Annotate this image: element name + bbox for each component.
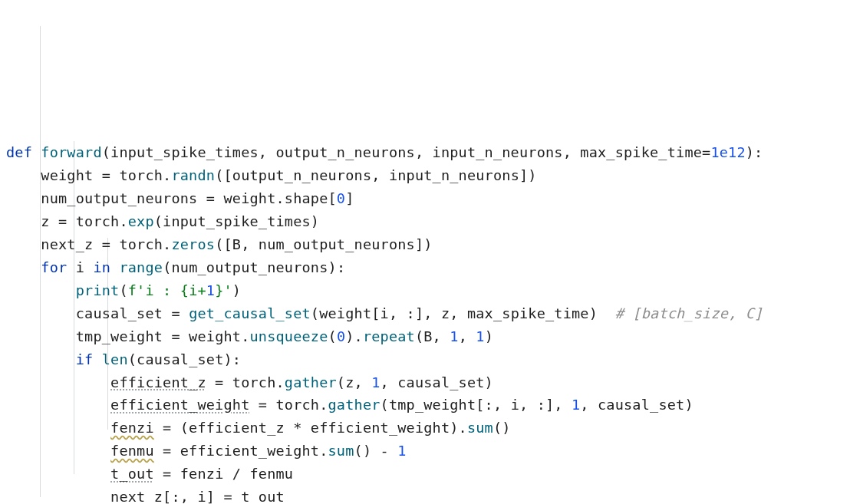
l9-n0: 0 — [337, 328, 345, 344]
l7-num: 1 — [206, 282, 215, 298]
l12d: , causal_set) — [580, 397, 693, 413]
code-block: def forward(input_spike_times, output_n_… — [6, 141, 850, 504]
kw-def: def — [6, 144, 32, 160]
l11b: = torch. — [206, 374, 285, 390]
l14-fn: sum — [328, 443, 354, 459]
l9-fn2: repeat — [363, 328, 415, 344]
l5b: ([B, num_output_neurons]) — [215, 236, 432, 252]
l11c: (z, — [337, 374, 371, 390]
l12-fn: gather — [328, 397, 381, 413]
kw-in: in — [93, 259, 110, 275]
l9c: ). — [345, 328, 363, 344]
l2a: weight = torch. — [41, 167, 171, 183]
l12-num: 1 — [572, 397, 580, 413]
l14b: = efficient_weight. — [154, 443, 328, 459]
l8-fn: get_causal_set — [189, 305, 311, 321]
l4-fn: exp — [128, 213, 154, 229]
l9e: , — [459, 328, 476, 344]
l5a: next_z = torch. — [41, 236, 171, 252]
l3-num: 0 — [337, 190, 345, 206]
l13-fn: sum — [467, 420, 493, 436]
l7-fn: print — [76, 282, 120, 298]
l14a: fenmu — [110, 443, 154, 459]
l13a: fenzi — [110, 420, 154, 436]
l1-params: (input_spike_times, output_n_neurons, in… — [102, 144, 711, 160]
l8a: causal_set = — [76, 305, 189, 321]
l11-num: 1 — [371, 374, 380, 390]
l8b: (weight[i, :], z, max_spike_time) — [311, 305, 615, 321]
l14c: () - — [354, 443, 398, 459]
l9-n1: 1 — [450, 328, 458, 344]
kw-if: if — [76, 351, 94, 367]
l1-tail: ): — [746, 144, 763, 160]
l4b: (input_spike_times) — [154, 213, 319, 229]
l6b: (num_output_neurons): — [163, 259, 345, 275]
l12c: (tmp_weight[:, i, :], — [381, 397, 572, 413]
l11d: , causal_set) — [381, 374, 493, 390]
l12a: efficient_weight — [110, 397, 249, 413]
l2-fn: randn — [171, 167, 215, 183]
l9a: tmp_weight = weight. — [76, 328, 250, 344]
l14-num: 1 — [397, 443, 406, 459]
kw-for: for — [41, 259, 67, 275]
l8-comment: # [batch_size, C] — [615, 305, 763, 321]
l7-str-a: f'i : — [128, 282, 180, 298]
l10b: (causal_set): — [128, 351, 241, 367]
l2b: ([output_n_neurons, input_n_neurons]) — [215, 167, 537, 183]
l11a: efficient_z — [110, 374, 206, 390]
l15b: = fenzi / fenmu — [154, 466, 293, 482]
l13c: () — [493, 420, 511, 436]
l10a — [93, 351, 101, 367]
l4a: z = torch. — [41, 213, 127, 229]
l6a: i — [67, 259, 93, 275]
l9-fn1: unsqueeze — [249, 328, 328, 344]
l7-str-b: {i+ — [180, 282, 206, 298]
l9b: ( — [328, 328, 337, 344]
fn-forward: forward — [41, 144, 101, 160]
l7-tail: ) — [232, 282, 241, 298]
l7-str-d: ' — [224, 282, 232, 298]
l11-fn: gather — [285, 374, 337, 390]
l15a: t_out — [110, 466, 154, 482]
l9-n2: 1 — [476, 328, 484, 344]
l3-tail: ] — [345, 190, 354, 206]
l12b: = torch. — [249, 397, 328, 413]
l9d: (B, — [415, 328, 450, 344]
l1-num: 1e12 — [710, 144, 745, 160]
l13b: = (efficient_z * efficient_weight). — [154, 420, 467, 436]
l6-fn: range — [119, 259, 163, 275]
l9f: ) — [485, 328, 493, 344]
l7-str-c: } — [215, 282, 223, 298]
l5-fn: zeros — [171, 236, 215, 252]
l3: num_output_neurons = weight.shape[ — [41, 190, 337, 206]
l16: next_z[:, i] = t_out — [110, 489, 285, 504]
l10-fn: len — [102, 351, 128, 367]
